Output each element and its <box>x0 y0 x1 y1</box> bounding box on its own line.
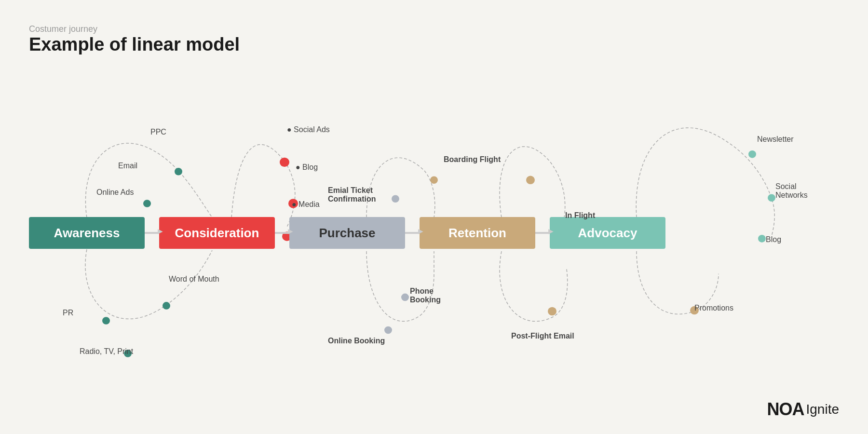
label-post-flight-email: Post-Flight Email <box>511 332 574 340</box>
label-boarding-flight: Boarding Flight <box>444 155 501 164</box>
label-promotions: Promotions <box>694 304 733 312</box>
diagram: Awareness Consideration Purchase Retenti… <box>29 68 839 405</box>
label-pr: PR <box>63 309 73 317</box>
label-online-booking: Online Booking <box>328 337 385 345</box>
label-newsletter: Newsletter <box>757 135 794 144</box>
svg-point-1 <box>143 200 151 207</box>
svg-point-17 <box>768 194 775 202</box>
stage-awareness: Awareness <box>29 217 145 249</box>
stage-advocacy: Advocacy <box>550 217 665 249</box>
label-phone-booking: PhoneBooking <box>410 287 441 304</box>
svg-point-4 <box>102 317 110 325</box>
connector-3 <box>405 232 420 234</box>
label-online-ads: Online Ads <box>96 188 134 197</box>
svg-point-15 <box>548 307 556 316</box>
connector-4 <box>535 232 550 234</box>
svg-point-0 <box>175 168 182 176</box>
svg-point-13 <box>526 176 535 185</box>
label-social-networks: SocialNetworks <box>775 182 808 200</box>
label-social-ads: ● Social Ads <box>287 125 330 134</box>
label-email: Email <box>118 162 137 170</box>
connector-2 <box>275 232 289 234</box>
header: Costumer journey Example of linear model <box>29 24 839 55</box>
svg-point-10 <box>430 176 438 184</box>
subtitle: Costumer journey <box>29 24 839 34</box>
svg-point-16 <box>748 150 756 158</box>
label-blog-advocacy: Blog <box>766 235 781 244</box>
brand-noa: NOA <box>767 399 804 420</box>
label-media: ● Media <box>292 200 320 209</box>
brand-logo: NOA Ignite <box>767 399 840 420</box>
svg-point-11 <box>401 294 409 301</box>
page-title: Example of linear model <box>29 34 839 55</box>
stage-purchase: Purchase <box>289 217 405 249</box>
label-ppc: PPC <box>150 128 166 136</box>
svg-point-12 <box>384 326 392 334</box>
svg-point-6 <box>280 158 289 167</box>
label-blog-consideration: ● Blog <box>296 163 318 172</box>
stage-consideration: Consideration <box>159 217 275 249</box>
stages-row: Awareness Consideration Purchase Retenti… <box>29 217 839 249</box>
brand-ignite: Ignite <box>806 402 840 417</box>
label-email-ticket: Emial TicketConfirmation <box>328 186 376 203</box>
stage-retention: Retention <box>420 217 535 249</box>
svg-point-9 <box>392 195 399 203</box>
connector-1 <box>145 232 159 234</box>
label-radio-tv-print: Radio, TV, Print <box>80 347 133 356</box>
svg-point-3 <box>163 302 170 310</box>
label-in-flight: In Flight <box>565 211 595 220</box>
label-word-of-mouth: Word of Mouth <box>169 275 219 284</box>
